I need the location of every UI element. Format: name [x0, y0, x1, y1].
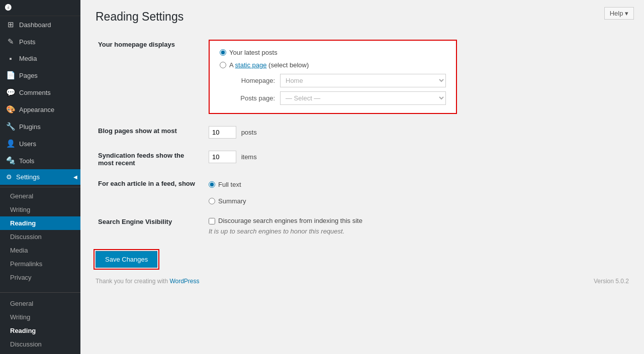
homepage-displays-control: Your latest posts A static page (select …: [206, 34, 629, 120]
latest-posts-label[interactable]: Your latest posts: [229, 49, 278, 56]
posts-page-select-row: Posts page: — Select —: [230, 91, 446, 105]
settings-submenu: General Writing Reading Discussion Media…: [0, 187, 80, 284]
tools-icon: 🔩: [6, 156, 15, 165]
sidebar-label-plugins: Plugins: [19, 123, 41, 131]
sidebar-item-writing[interactable]: Writing: [0, 203, 80, 216]
bottom-nav-discussion[interactable]: Discussion: [0, 337, 80, 351]
plugins-icon: 🔧: [6, 122, 15, 131]
search-visibility-checkbox-label[interactable]: Discourage search engines from indexing …: [218, 217, 362, 224]
static-page-link[interactable]: static page: [235, 61, 267, 69]
media-icon: ▪: [6, 54, 15, 63]
comments-icon: 💬: [6, 88, 15, 97]
sidebar-label-users: Users: [19, 140, 36, 148]
appearance-icon: 🎨: [6, 105, 15, 114]
blog-pages-label: Blog pages show at most: [96, 120, 206, 145]
syndication-control: 10 items: [206, 145, 629, 173]
users-icon: 👤: [6, 139, 15, 148]
sidebar-item-media-settings[interactable]: Media: [0, 244, 80, 257]
settings-table: Your homepage displays Your latest posts…: [96, 34, 629, 241]
full-text-row: Full text: [209, 181, 626, 188]
sidebar-label-media: Media: [19, 55, 37, 62]
bottom-nav-reading[interactable]: Reading: [0, 324, 80, 337]
syndication-row: Syndication feeds show the most recent 1…: [96, 145, 629, 173]
footer-text: Thank you for creating with: [96, 278, 169, 285]
blog-pages-control: 10 posts: [206, 120, 629, 145]
sidebar-item-reading[interactable]: Reading: [0, 216, 80, 230]
blog-pages-input[interactable]: 10: [209, 126, 236, 139]
summary-row: Summary: [209, 197, 626, 205]
syndication-suffix: items: [241, 153, 257, 161]
feed-article-row: For each article in a feed, show Full te…: [96, 173, 629, 211]
sidebar-label-posts: Posts: [19, 38, 36, 46]
latest-posts-row: Your latest posts: [220, 49, 446, 56]
latest-posts-radio[interactable]: [220, 49, 226, 56]
feed-article-control: Full text Summary: [206, 173, 629, 211]
settings-icon: ⚙: [6, 173, 12, 181]
search-visibility-label: Search Engine Visibility: [96, 211, 206, 241]
sidebar-item-settings[interactable]: ⚙ Settings: [0, 169, 80, 185]
footer-thank-you: Thank you for creating with WordPress: [96, 278, 200, 285]
wp-logo: 🅦: [0, 0, 80, 16]
save-button-section: Save Changes: [96, 251, 629, 268]
feed-article-label: For each article in a feed, show: [96, 173, 206, 211]
full-text-radio[interactable]: [209, 181, 215, 188]
static-page-radio[interactable]: [220, 62, 226, 68]
search-visibility-checkbox[interactable]: [209, 218, 215, 224]
page-footer: Thank you for creating with WordPress Ve…: [96, 278, 629, 285]
sidebar: 🅦 ⊞ Dashboard ✎ Posts ▪ Media 📄 Pages 💬 …: [0, 0, 80, 354]
homepage-select-label: Homepage:: [230, 77, 275, 84]
static-page-row: A static page (select below): [220, 61, 446, 69]
search-visibility-checkbox-row: Discourage search engines from indexing …: [209, 217, 626, 224]
posts-icon: ✎: [6, 37, 15, 46]
sidebar-item-users[interactable]: 👤 Users: [0, 135, 80, 152]
homepage-displays-label: Your homepage displays: [96, 34, 206, 120]
sidebar-label-pages: Pages: [19, 72, 38, 79]
bottom-nav-general[interactable]: General: [0, 297, 80, 310]
posts-page-select-label: Posts page:: [230, 94, 275, 102]
wp-icon: 🅦: [5, 4, 12, 12]
sidebar-item-pages[interactable]: 📄 Pages: [0, 67, 80, 84]
blog-pages-row: Blog pages show at most 10 posts: [96, 120, 629, 145]
bottom-nav-section: General Writing Reading Discussion: [0, 292, 80, 351]
summary-label[interactable]: Summary: [218, 197, 246, 205]
posts-page-select[interactable]: — Select —: [280, 91, 446, 105]
homepage-displays-row: Your homepage displays Your latest posts…: [96, 34, 629, 120]
sidebar-label-tools: Tools: [19, 157, 34, 165]
sidebar-item-tools[interactable]: 🔩 Tools: [0, 152, 80, 169]
sidebar-item-posts[interactable]: ✎ Posts: [0, 33, 80, 50]
static-page-prefix: A: [229, 61, 235, 69]
pages-icon: 📄: [6, 71, 15, 80]
homepage-select[interactable]: Home: [280, 74, 446, 87]
feed-article-radio-group: Full text Summary: [209, 179, 626, 205]
page-title: Reading Settings: [96, 10, 629, 24]
sidebar-label-settings: Settings: [16, 173, 40, 181]
sidebar-label-comments: Comments: [19, 89, 51, 96]
syndication-label: Syndication feeds show the most recent: [96, 145, 206, 173]
static-page-label: A static page (select below): [229, 61, 309, 69]
sidebar-item-appearance[interactable]: 🎨 Appearance: [0, 101, 80, 118]
main-content: Help ▾ Reading Settings Your homepage di…: [80, 0, 644, 354]
sidebar-item-discussion[interactable]: Discussion: [0, 230, 80, 244]
sidebar-item-comments[interactable]: 💬 Comments: [0, 84, 80, 101]
footer-version: Version 5.0.2: [594, 278, 629, 285]
blog-pages-suffix: posts: [241, 129, 257, 136]
syndication-input[interactable]: 10: [209, 151, 236, 163]
dashboard-icon: ⊞: [6, 20, 15, 29]
sidebar-item-privacy[interactable]: Privacy: [0, 271, 80, 284]
full-text-label[interactable]: Full text: [218, 181, 241, 188]
homepage-displays-box: Your latest posts A static page (select …: [209, 40, 457, 114]
search-visibility-control: Discourage search engines from indexing …: [206, 211, 629, 241]
sidebar-item-media[interactable]: ▪ Media: [0, 50, 80, 67]
sidebar-item-dashboard[interactable]: ⊞ Dashboard: [0, 16, 80, 33]
save-changes-button[interactable]: Save Changes: [96, 251, 157, 268]
homepage-select-row: Homepage: Home: [230, 74, 446, 87]
sidebar-label-dashboard: Dashboard: [19, 21, 51, 29]
sidebar-item-general[interactable]: General: [0, 189, 80, 203]
sidebar-label-appearance: Appearance: [19, 106, 54, 113]
summary-radio[interactable]: [209, 198, 215, 204]
bottom-nav-writing[interactable]: Writing: [0, 310, 80, 324]
sidebar-item-permalinks[interactable]: Permalinks: [0, 257, 80, 271]
help-button[interactable]: Help ▾: [604, 7, 634, 20]
footer-wp-link[interactable]: WordPress: [169, 278, 199, 285]
sidebar-item-plugins[interactable]: 🔧 Plugins: [0, 118, 80, 135]
